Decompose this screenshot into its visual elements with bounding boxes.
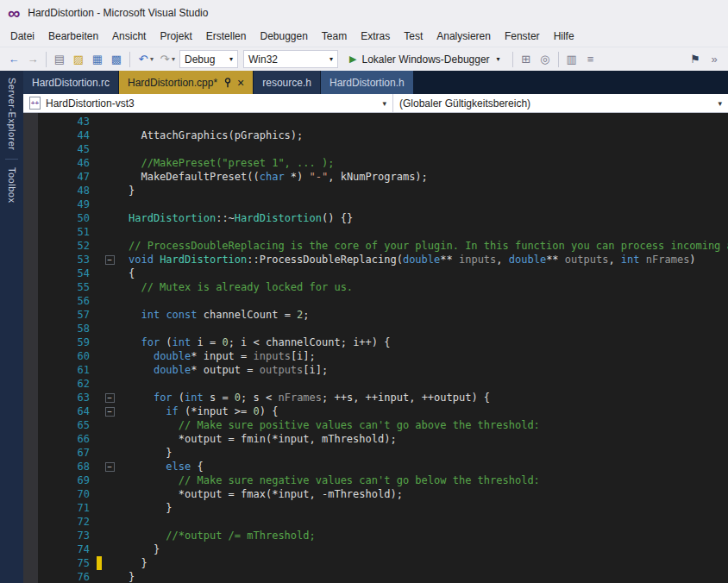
- chevron-down-icon[interactable]: ▾: [150, 55, 154, 63]
- code-text: MakeDefaultPreset((char *) "-", kNumProg…: [117, 170, 728, 184]
- menu-item-fenster[interactable]: Fenster: [498, 27, 547, 46]
- fold-margin: [102, 570, 117, 583]
- properties-window-icon[interactable]: ≡: [581, 50, 600, 69]
- menu-item-ansicht[interactable]: Ansicht: [105, 27, 153, 46]
- find-in-files-icon[interactable]: ◎: [536, 50, 555, 69]
- chevron-down-icon: ▾: [718, 99, 722, 108]
- solution-configuration-combo[interactable]: Debug▾: [179, 50, 238, 68]
- tool-tab-server-explorer[interactable]: Server-Explorer: [7, 78, 17, 151]
- code-line: 58: [23, 322, 728, 335]
- code-line: 70 *output = fmax(*input, -mThreshold);: [23, 487, 728, 501]
- line-number: 53: [38, 253, 90, 266]
- project-types-dropdown-value: HardDistortion-vst3: [46, 97, 135, 110]
- code-text: [117, 294, 728, 308]
- code-text: *output = fmax(*input, -mThreshold);: [117, 487, 728, 501]
- close-icon[interactable]: ×: [237, 78, 244, 88]
- code-line: 63− for (int s = 0; s < nFrames; ++s, ++…: [23, 391, 728, 404]
- menu-item-bearbeiten[interactable]: Bearbeiten: [41, 27, 105, 46]
- code-line: 46 //MakePreset("preset 1", ... );: [23, 156, 728, 170]
- fold-margin: [102, 446, 117, 460]
- menu-item-projekt[interactable]: Projekt: [153, 27, 198, 46]
- menu-item-datei[interactable]: Datei: [3, 27, 41, 46]
- menu-item-test[interactable]: Test: [397, 27, 430, 46]
- document-tab-resource-h[interactable]: resource.h: [254, 71, 321, 94]
- code-line: 57 int const channelCount = 2;: [23, 308, 728, 322]
- menu-item-analysieren[interactable]: Analysieren: [430, 27, 498, 46]
- code-line: 55 // Mutex is already locked for us.: [23, 280, 728, 294]
- line-number: 54: [38, 266, 90, 280]
- menu-item-debuggen[interactable]: Debuggen: [253, 27, 314, 46]
- code-line: 65 // Make sure positive values can't go…: [23, 418, 728, 432]
- fold-margin: [102, 501, 117, 515]
- solution-platform-value: Win32: [248, 53, 278, 66]
- play-icon: ▶: [349, 53, 356, 65]
- tab-label: HardDistortion.cpp*: [128, 77, 217, 89]
- fold-margin: [102, 556, 117, 570]
- bookmark-icon[interactable]: ⚑: [686, 50, 705, 69]
- menu-item-hilfe[interactable]: Hilfe: [547, 27, 581, 46]
- line-number: 68: [38, 460, 90, 473]
- project-types-dropdown[interactable]: ++ HardDistortion-vst3 ▾: [23, 94, 393, 112]
- line-number: 59: [38, 335, 90, 349]
- collapse-region-icon[interactable]: −: [102, 391, 117, 404]
- document-tab-harddistortion-rc[interactable]: HardDistortion.rc: [23, 71, 119, 94]
- line-number: 46: [38, 156, 90, 170]
- code-line: 49: [23, 197, 728, 211]
- fold-margin: [102, 335, 117, 349]
- toolbar-separator: [129, 52, 130, 67]
- chevron-down-icon[interactable]: ▾: [172, 55, 175, 63]
- open-file-icon[interactable]: ▨: [69, 50, 88, 69]
- fold-margin: [102, 349, 117, 363]
- menu-item-extras[interactable]: Extras: [354, 27, 397, 46]
- navigate-backward-icon[interactable]: ←: [4, 50, 23, 69]
- navigate-forward-icon[interactable]: →: [23, 50, 42, 69]
- document-tab-harddistortion-h[interactable]: HardDistortion.h: [321, 71, 414, 94]
- fold-margin: [102, 211, 117, 225]
- code-text: [117, 115, 728, 129]
- tab-label: HardDistortion.rc: [32, 77, 110, 89]
- code-text: //*output /= mThreshold;: [117, 529, 728, 542]
- code-text: [117, 142, 728, 156]
- code-text: if (*input >= 0) {: [117, 404, 728, 418]
- side-tool-tabs: Server-ExplorerToolbox: [0, 71, 23, 583]
- window-title: HardDistortion - Microsoft Visual Studio: [28, 7, 208, 19]
- start-debugging-button[interactable]: ▶Lokaler Windows-Debugger▾: [342, 50, 507, 69]
- document-tab-harddistortion-cpp-[interactable]: HardDistortion.cpp*×: [119, 71, 254, 94]
- code-text: [117, 197, 728, 211]
- code-text: // ProcessDoubleReplacing is the core of…: [117, 239, 728, 253]
- solution-platform-combo[interactable]: Win32▾: [243, 50, 338, 68]
- menu-item-erstellen[interactable]: Erstellen: [199, 27, 254, 46]
- minus-icon: −: [105, 393, 115, 403]
- pin-icon[interactable]: [224, 78, 231, 88]
- code-text: double* output = outputs[i];: [117, 363, 728, 377]
- menu-item-team[interactable]: Team: [315, 27, 354, 46]
- line-number: 74: [38, 542, 90, 556]
- tool-tab-toolbox[interactable]: Toolbox: [7, 167, 17, 203]
- solution-configuration-value: Debug: [185, 53, 215, 66]
- chevron-down-icon: ▾: [224, 55, 233, 63]
- solution-explorer-icon[interactable]: ▥: [562, 50, 581, 69]
- save-icon[interactable]: ▦: [88, 50, 107, 69]
- fold-margin: [102, 322, 117, 335]
- visual-studio-logo-icon: ∞: [8, 4, 20, 22]
- line-number: 55: [38, 280, 90, 294]
- build-solution-icon[interactable]: ⊞: [517, 50, 536, 69]
- line-number: 62: [38, 377, 90, 391]
- collapse-region-icon[interactable]: −: [102, 460, 117, 473]
- code-text: }: [117, 446, 728, 460]
- code-line: 68− else {: [23, 460, 728, 473]
- code-line: 48}: [23, 184, 728, 197]
- code-editor[interactable]: 4344 AttachGraphics(pGraphics);4546 //Ma…: [23, 113, 728, 583]
- title-bar: ∞ HardDistortion - Microsoft Visual Stud…: [0, 0, 728, 26]
- save-all-icon[interactable]: ▩: [107, 50, 126, 69]
- collapse-region-icon[interactable]: −: [102, 404, 117, 418]
- line-number: 51: [38, 225, 90, 239]
- line-number: 45: [38, 142, 90, 156]
- new-project-icon[interactable]: ▤: [50, 50, 69, 69]
- line-number: 49: [38, 197, 90, 211]
- collapse-region-icon[interactable]: −: [102, 253, 117, 266]
- scope-dropdown[interactable]: (Globaler Gültigkeitsbereich) ▾: [393, 94, 728, 112]
- toolbar-overflow-icon[interactable]: »: [705, 50, 724, 69]
- fold-margin: [102, 515, 117, 529]
- main-area: Server-ExplorerToolbox HardDistortion.rc…: [0, 71, 728, 583]
